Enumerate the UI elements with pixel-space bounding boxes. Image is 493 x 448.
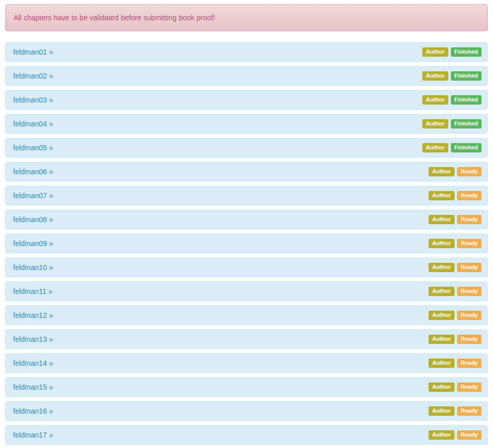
badge-group: Author Finished <box>422 71 482 81</box>
badge-group: Author Ready <box>429 239 482 248</box>
chapter-link[interactable]: feldman15 » <box>13 383 53 391</box>
badge-group: Author Ready <box>429 359 482 368</box>
status-badge: Ready <box>457 191 482 200</box>
validation-alert-message: All chapters have to be validated before… <box>14 14 215 22</box>
page: All chapters have to be validated before… <box>0 0 493 445</box>
badge-group: Author Ready <box>429 430 482 440</box>
role-badge: Author <box>422 71 448 81</box>
chapter-row: feldman11 » Author Ready <box>5 281 488 301</box>
chapter-arrow-icon: » <box>49 311 53 319</box>
chapter-link[interactable]: feldman12 » <box>13 311 53 319</box>
role-badge: Author <box>422 95 448 105</box>
chapter-arrow-icon: » <box>49 191 53 200</box>
role-badge: Author <box>429 382 455 392</box>
chapter-name: feldman13 <box>13 335 47 343</box>
badge-group: Author Finished <box>422 95 482 105</box>
chapter-arrow-icon: » <box>49 168 53 176</box>
chapter-link[interactable]: feldman14 » <box>13 359 53 367</box>
chapter-name: feldman16 <box>13 407 47 415</box>
chapter-row: feldman10 » Author Ready <box>5 258 488 277</box>
chapter-row: feldman02 » Author Finished <box>5 66 488 86</box>
chapter-name: feldman12 <box>13 311 47 319</box>
chapter-row: feldman07 » Author Ready <box>5 186 488 206</box>
chapter-arrow-icon: » <box>49 335 53 343</box>
role-badge: Author <box>422 143 448 152</box>
status-badge: Ready <box>457 263 482 272</box>
chapter-link[interactable]: feldman16 » <box>13 407 53 415</box>
badge-group: Author Finished <box>422 119 482 129</box>
chapter-row: feldman03 » Author Finished <box>5 90 488 110</box>
chapter-arrow-icon: » <box>48 287 53 296</box>
status-badge: Finished <box>451 71 482 81</box>
status-badge: Ready <box>457 382 482 392</box>
chapter-row: feldman16 » Author Ready <box>5 401 488 421</box>
status-badge: Finished <box>451 119 482 129</box>
chapter-row: feldman13 » Author Ready <box>5 329 488 349</box>
role-badge: Author <box>429 239 455 248</box>
chapter-name: feldman09 <box>13 239 47 248</box>
badge-group: Author Ready <box>429 311 482 320</box>
status-badge: Ready <box>457 335 482 344</box>
chapter-arrow-icon: » <box>49 120 53 128</box>
role-badge: Author <box>429 287 455 296</box>
chapter-row: feldman09 » Author Ready <box>5 234 488 253</box>
chapter-link[interactable]: feldman17 » <box>13 431 53 439</box>
badge-group: Author Ready <box>429 167 482 176</box>
chapter-arrow-icon: » <box>49 407 53 415</box>
role-badge: Author <box>429 430 455 440</box>
chapter-row: feldman04 » Author Finished <box>5 114 488 134</box>
chapter-link[interactable]: feldman03 » <box>13 96 53 104</box>
chapter-arrow-icon: » <box>49 431 53 439</box>
badge-group: Author Ready <box>429 191 482 200</box>
chapter-name: feldman03 <box>13 96 47 104</box>
role-badge: Author <box>429 359 455 368</box>
chapter-link[interactable]: feldman07 » <box>13 191 53 200</box>
chapter-row: feldman17 » Author Ready <box>5 425 488 445</box>
chapter-link[interactable]: feldman11 » <box>13 287 53 296</box>
status-badge: Ready <box>457 359 482 368</box>
chapter-name: feldman17 <box>13 431 47 439</box>
role-badge: Author <box>422 119 448 129</box>
chapter-link[interactable]: feldman04 » <box>13 120 53 128</box>
chapter-link[interactable]: feldman05 » <box>13 144 53 152</box>
status-badge: Finished <box>451 95 482 105</box>
badge-group: Author Ready <box>429 263 482 272</box>
chapter-row: feldman15 » Author Ready <box>5 377 488 397</box>
chapter-arrow-icon: » <box>49 144 53 152</box>
chapter-link[interactable]: feldman09 » <box>13 239 53 248</box>
chapter-arrow-icon: » <box>49 359 53 367</box>
role-badge: Author <box>429 335 455 344</box>
chapter-arrow-icon: » <box>49 48 53 56</box>
role-badge: Author <box>429 406 455 416</box>
chapter-name: feldman04 <box>13 120 47 128</box>
chapter-row: feldman08 » Author Ready <box>5 210 488 229</box>
chapter-link[interactable]: feldman06 » <box>13 168 53 176</box>
status-badge: Finished <box>451 47 482 57</box>
chapter-name: feldman11 <box>13 287 46 296</box>
chapter-name: feldman15 <box>13 383 47 391</box>
chapter-arrow-icon: » <box>49 215 53 224</box>
badge-group: Author Ready <box>429 406 482 416</box>
role-badge: Author <box>429 191 455 200</box>
status-badge: Ready <box>457 406 482 416</box>
role-badge: Author <box>429 263 455 272</box>
role-badge: Author <box>429 311 455 320</box>
role-badge: Author <box>429 215 455 224</box>
chapter-link[interactable]: feldman02 » <box>13 72 53 80</box>
badge-group: Author Ready <box>429 215 482 224</box>
chapter-link[interactable]: feldman10 » <box>13 263 53 272</box>
badge-group: Author Finished <box>422 143 482 152</box>
chapter-name: feldman08 <box>13 215 47 224</box>
chapter-name: feldman07 <box>13 191 47 200</box>
chapter-name: feldman05 <box>13 144 47 152</box>
chapter-link[interactable]: feldman01 » <box>13 48 53 56</box>
chapter-link[interactable]: feldman08 » <box>13 215 53 224</box>
chapter-name: feldman01 <box>13 48 47 56</box>
chapter-name: feldman02 <box>13 72 47 80</box>
chapter-name: feldman10 <box>13 263 47 272</box>
status-badge: Ready <box>457 215 482 224</box>
chapter-row: feldman12 » Author Ready <box>5 305 488 325</box>
chapter-list: feldman01 » Author Finished feldman02 » … <box>5 42 488 445</box>
chapter-arrow-icon: » <box>49 239 53 248</box>
chapter-link[interactable]: feldman13 » <box>13 335 53 343</box>
